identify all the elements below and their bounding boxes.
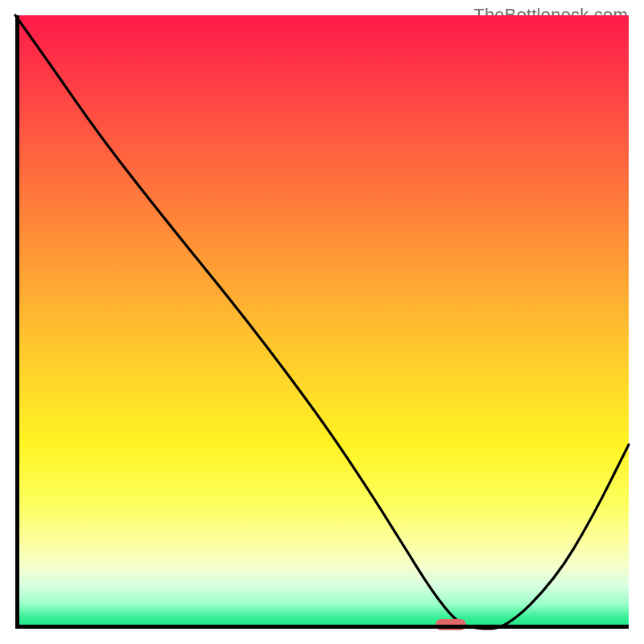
x-axis bbox=[15, 625, 629, 629]
chart bbox=[15, 15, 629, 629]
chart-curve-svg bbox=[15, 15, 629, 629]
y-axis bbox=[15, 15, 19, 629]
bottleneck-curve bbox=[15, 15, 629, 629]
